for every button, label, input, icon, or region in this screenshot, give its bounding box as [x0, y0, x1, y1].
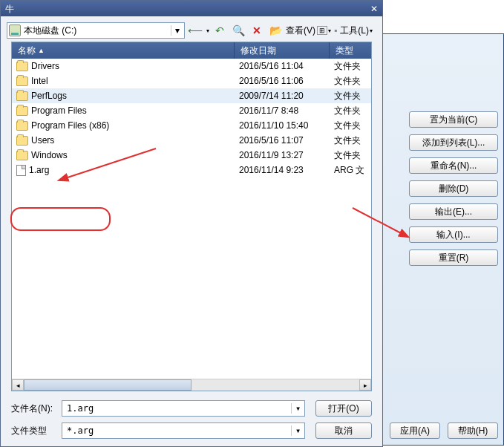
- file-date: 2016/11/10 15:40: [235, 120, 330, 131]
- folder-row[interactable]: Program Files2016/11/7 8:48文件夹: [12, 103, 371, 118]
- filename-label: 文件名(N):: [11, 402, 57, 415]
- file-date: 2009/7/14 11:20: [235, 91, 330, 101]
- file-name: Program Files: [31, 105, 87, 116]
- separator: ▪: [334, 25, 337, 36]
- chevron-down-icon: ▾: [370, 27, 373, 34]
- filename-input[interactable]: 1.arg ▾: [62, 400, 305, 417]
- file-type: 文件夹: [330, 134, 371, 147]
- chevron-down-icon[interactable]: ▾: [291, 425, 304, 436]
- column-type[interactable]: 类型: [330, 42, 371, 59]
- folder-icon: [16, 91, 28, 101]
- view-menu[interactable]: 查看(V) ⊞ ▾: [286, 25, 331, 37]
- file-date: 2016/5/16 11:07: [235, 135, 330, 146]
- column-date[interactable]: 修改日期: [235, 42, 330, 59]
- drive-icon: [9, 25, 21, 36]
- column-name-label: 名称: [18, 45, 36, 57]
- back-button[interactable]: ⟵: [187, 22, 203, 39]
- file-dialog: 牛 ✕ 本地磁盘 (C:) ▾ ⟵ ▾ ↶ 🔍 ✕ 📂 查看(V) ⊞ ▾ ▪ …: [0, 0, 383, 447]
- annotation-arrow-1: [52, 145, 163, 189]
- folder-icon: [16, 121, 28, 131]
- scroll-left-button[interactable]: ◂: [12, 379, 24, 391]
- view-label: 查看(V): [286, 25, 315, 37]
- scroll-right-button[interactable]: ▸: [359, 379, 371, 391]
- open-button[interactable]: 打开(O): [315, 400, 372, 417]
- file-date: 2016/11/7 8:48: [235, 105, 330, 116]
- scroll-thumb[interactable]: [24, 379, 192, 391]
- file-name: PerfLogs: [31, 91, 67, 101]
- annotation-arrow-2: [349, 204, 416, 241]
- cancel-button[interactable]: 取消: [315, 422, 372, 439]
- folder-row[interactable]: PerfLogs2009/7/14 11:20文件夹: [12, 88, 371, 103]
- new-folder-icon[interactable]: 📂: [267, 22, 284, 39]
- import-button[interactable]: 输入(I)...: [409, 226, 498, 243]
- file-icon: [16, 165, 26, 176]
- rename-button[interactable]: 重命名(N)...: [409, 157, 498, 174]
- file-name: Program Files (x86): [31, 120, 109, 131]
- chevron-down-icon[interactable]: ▾: [171, 25, 183, 36]
- back-dd[interactable]: ▾: [206, 27, 209, 34]
- file-dialog-toolbar: 本地磁盘 (C:) ▾ ⟵ ▾ ↶ 🔍 ✕ 📂 查看(V) ⊞ ▾ ▪ 工具(L…: [1, 16, 382, 42]
- file-name: Intel: [31, 76, 48, 86]
- title-text: 牛: [5, 1, 14, 16]
- column-name[interactable]: 名称 ▲: [12, 42, 235, 59]
- list-header: 名称 ▲ 修改日期 类型: [12, 42, 371, 59]
- file-name: Users: [31, 135, 54, 146]
- path-combo[interactable]: 本地磁盘 (C:) ▾: [7, 22, 185, 39]
- filetype-input[interactable]: *.arg ▾: [62, 422, 305, 439]
- horizontal-scrollbar[interactable]: ◂ ▸: [12, 379, 371, 391]
- chevron-down-icon: ▾: [328, 27, 331, 34]
- delete-icon[interactable]: ✕: [249, 22, 265, 39]
- file-date: 2016/5/16 11:04: [235, 61, 330, 71]
- file-type: 文件夹: [330, 75, 371, 88]
- folder-icon: [16, 106, 28, 116]
- folder-row[interactable]: Program Files (x86)2016/11/10 15:40文件夹: [12, 118, 371, 133]
- help-button[interactable]: 帮助(H): [448, 422, 498, 439]
- folder-icon: [16, 76, 28, 86]
- close-icon[interactable]: ✕: [370, 1, 378, 16]
- file-name: Drivers: [31, 61, 59, 71]
- path-text: 本地磁盘 (C:): [24, 25, 171, 37]
- reset-button[interactable]: 重置(R): [409, 249, 498, 266]
- file-list-panel: 名称 ▲ 修改日期 类型 Drivers2016/5/16 11:04文件夹In…: [11, 42, 372, 391]
- filetype-label: 文件类型: [11, 425, 57, 437]
- file-list[interactable]: Drivers2016/5/16 11:04文件夹Intel2016/5/16 …: [12, 59, 371, 379]
- svg-line-1: [353, 208, 402, 234]
- file-date: 2016/11/14 9:23: [235, 165, 330, 175]
- bg-button-group: 置为当前(C) 添加到列表(L)... 重命名(N)... 删除(D) 输出(E…: [409, 111, 498, 266]
- file-dialog-bottom: 文件名(N): 1.arg ▾ 打开(O) 文件类型 *.arg ▾ 取消: [11, 400, 372, 439]
- scroll-track[interactable]: [24, 379, 359, 391]
- file-type: 文件夹: [330, 90, 371, 102]
- file-date: 2016/11/9 13:27: [235, 150, 330, 160]
- file-type: 文件夹: [330, 120, 371, 132]
- file-date: 2016/5/16 11:06: [235, 76, 330, 86]
- file-type: ARG 文: [330, 164, 371, 177]
- up-button[interactable]: ↶: [212, 22, 228, 39]
- tools-menu[interactable]: 工具(L) ▾: [340, 25, 373, 37]
- filename-value: 1.arg: [62, 403, 291, 414]
- sort-asc-icon: ▲: [38, 47, 45, 54]
- chevron-down-icon[interactable]: ▾: [291, 403, 304, 414]
- set-current-button[interactable]: 置为当前(C): [409, 111, 498, 128]
- file-type: 文件夹: [330, 149, 371, 162]
- search-icon[interactable]: 🔍: [230, 22, 246, 39]
- folder-icon: [16, 151, 28, 160]
- export-button[interactable]: 输出(E)...: [409, 203, 498, 220]
- add-to-list-button[interactable]: 添加到列表(L)...: [409, 134, 498, 151]
- file-type: 文件夹: [330, 60, 371, 73]
- apply-row: 应用(A) 帮助(H): [390, 422, 498, 439]
- apply-button[interactable]: 应用(A): [390, 422, 440, 439]
- file-dialog-titlebar: 牛 ✕: [1, 1, 382, 16]
- file-name: 1.arg: [29, 165, 49, 175]
- folder-icon: [16, 136, 28, 146]
- tools-label: 工具(L): [340, 25, 369, 37]
- file-type: 文件夹: [330, 105, 371, 117]
- svg-line-0: [65, 149, 156, 178]
- filetype-value: *.arg: [62, 425, 291, 436]
- folder-row[interactable]: Intel2016/5/16 11:06文件夹: [12, 74, 371, 88]
- delete-button[interactable]: 删除(D): [409, 180, 498, 197]
- folder-row[interactable]: Drivers2016/5/16 11:04文件夹: [12, 59, 371, 74]
- folder-icon: [16, 62, 28, 71]
